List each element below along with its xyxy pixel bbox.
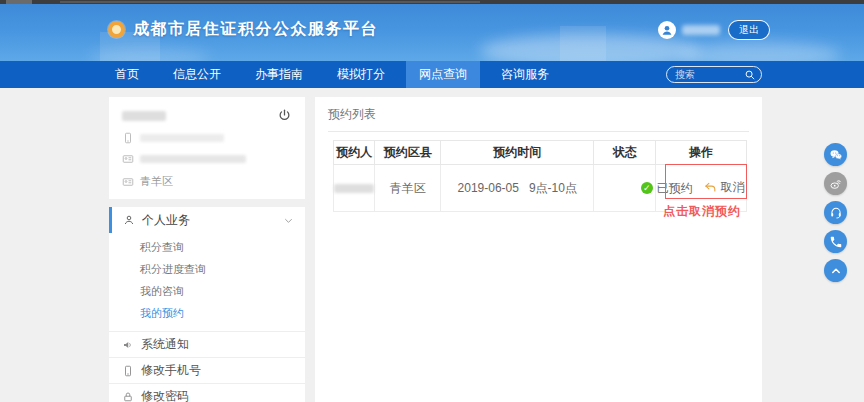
menu-group-label: 个人业务 bbox=[142, 212, 190, 229]
wechat-button[interactable] bbox=[824, 143, 847, 166]
announcement-icon bbox=[122, 339, 134, 351]
redacted-username bbox=[682, 25, 720, 35]
weibo-button[interactable] bbox=[824, 172, 847, 195]
sidebar-item-points-progress-query[interactable]: 积分进度查询 bbox=[109, 258, 305, 280]
headset-icon bbox=[829, 206, 843, 220]
back-to-top-button[interactable] bbox=[824, 259, 847, 282]
main-navigation: 首页 信息公开 办事指南 模拟打分 网点查询 咨询服务 bbox=[0, 61, 864, 88]
site-title: 成都市居住证积分公众服务平台 bbox=[133, 19, 378, 40]
table-header-row: 预约人 预约区县 预约时间 状态 操作 bbox=[334, 141, 747, 165]
cell-person bbox=[334, 165, 375, 212]
site-logo bbox=[108, 21, 125, 38]
mobile-icon bbox=[122, 132, 134, 144]
sidebar: 青羊区 个人业务 积分查询 积分进度查询 我的咨询 我的预约 bbox=[109, 97, 305, 402]
wechat-icon bbox=[829, 148, 843, 162]
appointment-table: 预约人 预约区县 预约时间 状态 操作 青羊区 2019-06-05 9点-10… bbox=[333, 140, 747, 212]
phone-contact-button[interactable] bbox=[824, 230, 847, 253]
search-icon[interactable] bbox=[744, 69, 756, 81]
chevron-down-icon bbox=[283, 215, 294, 226]
person-icon bbox=[660, 23, 674, 37]
redacted-user-name bbox=[122, 111, 166, 121]
col-header-district: 预约区县 bbox=[375, 141, 441, 165]
sidebar-item-my-appointments[interactable]: 我的预约 bbox=[109, 302, 305, 324]
sidebar-item-system-notifications[interactable]: 系统通知 bbox=[109, 331, 305, 357]
nav-item-info-disclosure[interactable]: 信息公开 bbox=[160, 61, 234, 88]
id-card-icon bbox=[122, 176, 134, 188]
nav-item-branch-query[interactable]: 网点查询 bbox=[406, 61, 480, 88]
customer-service-button[interactable] bbox=[824, 201, 847, 224]
power-logout-icon[interactable] bbox=[277, 108, 292, 123]
col-header-status: 状态 bbox=[594, 141, 656, 165]
panel-title: 预约列表 bbox=[328, 106, 749, 132]
nav-item-guide[interactable]: 办事指南 bbox=[242, 61, 316, 88]
check-circle-icon: ✓ bbox=[641, 182, 653, 194]
col-header-action: 操作 bbox=[656, 141, 747, 165]
annotation-text: 点击取消预约 bbox=[663, 203, 741, 220]
redacted-id-number bbox=[140, 155, 246, 163]
browser-bookmarks-remnant bbox=[60, 1, 480, 3]
sidebar-item-points-query[interactable]: 积分查询 bbox=[109, 236, 305, 258]
weibo-icon bbox=[829, 177, 843, 191]
col-header-person: 预约人 bbox=[334, 141, 375, 165]
logout-button[interactable]: 退出 bbox=[728, 20, 770, 40]
nav-item-mock-scoring[interactable]: 模拟打分 bbox=[324, 61, 398, 88]
appointment-list-panel: 预约列表 预约人 预约区县 预约时间 状态 操作 bbox=[315, 97, 762, 402]
undo-icon bbox=[704, 181, 717, 194]
cancel-appointment-button[interactable]: 取消 bbox=[704, 179, 744, 196]
search-box[interactable] bbox=[666, 66, 762, 83]
id-card-icon bbox=[122, 153, 134, 165]
floating-toolbar bbox=[824, 143, 847, 282]
search-input[interactable] bbox=[675, 69, 744, 80]
cell-district: 青羊区 bbox=[375, 165, 441, 212]
cell-status: ✓ 已预约 bbox=[594, 165, 656, 212]
menu-group-personal-business[interactable]: 个人业务 bbox=[109, 207, 305, 233]
sidebar-item-my-consultations[interactable]: 我的咨询 bbox=[109, 280, 305, 302]
chevron-up-icon bbox=[829, 264, 843, 278]
user-avatar-icon[interactable] bbox=[658, 21, 676, 39]
user-district: 青羊区 bbox=[140, 174, 173, 189]
sidebar-menu: 个人业务 积分查询 积分进度查询 我的咨询 我的预约 系统通知 bbox=[109, 207, 305, 402]
sidebar-item-change-phone[interactable]: 修改手机号 bbox=[109, 357, 305, 383]
redacted-appointee-name bbox=[334, 184, 374, 193]
person-icon bbox=[123, 214, 135, 226]
sidebar-item-change-password[interactable]: 修改密码 bbox=[109, 383, 305, 402]
col-header-time: 预约时间 bbox=[441, 141, 594, 165]
mobile-icon bbox=[122, 365, 134, 377]
site-banner: 成都市居住证积分公众服务平台 退出 bbox=[0, 4, 864, 61]
phone-icon bbox=[829, 235, 843, 249]
nav-item-home[interactable]: 首页 bbox=[102, 61, 152, 88]
user-info-card: 青羊区 bbox=[109, 97, 305, 199]
cell-time: 2019-06-05 9点-10点 bbox=[441, 165, 594, 212]
lock-icon bbox=[122, 391, 134, 402]
cloud-decoration bbox=[680, 42, 840, 61]
redacted-phone-number bbox=[140, 134, 224, 142]
nav-item-consult-service[interactable]: 咨询服务 bbox=[488, 61, 562, 88]
